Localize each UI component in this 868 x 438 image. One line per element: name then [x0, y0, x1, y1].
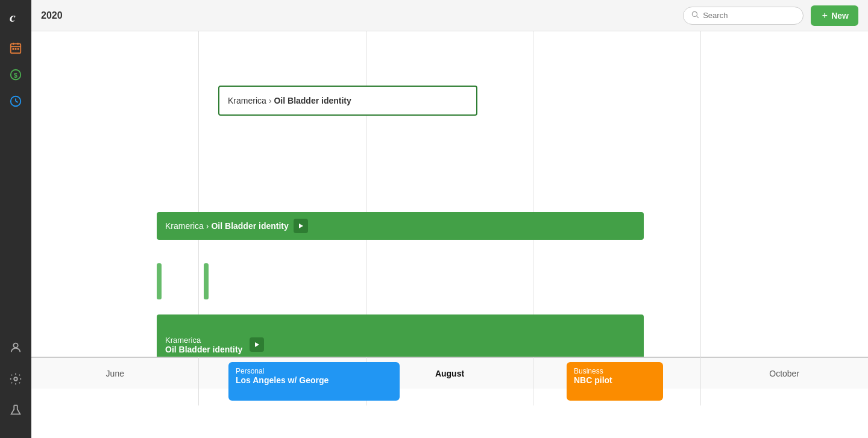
search-bar[interactable]	[683, 7, 804, 25]
sidebar: c $	[0, 0, 31, 438]
plus-icon: ＋	[820, 10, 829, 21]
app-logo[interactable]: c	[5, 6, 27, 28]
orange-event-category: Business	[574, 367, 656, 375]
dollar-icon[interactable]: $	[5, 64, 27, 86]
outlined-card-chevron: ›	[269, 96, 272, 105]
orange-event-name: NBC pilot	[574, 375, 656, 385]
green-bar-prefix: Kramerica	[165, 221, 204, 231]
blue-event-name: Los Angeles w/ George	[236, 375, 392, 385]
svg-point-13	[13, 343, 17, 348]
bottom-section: Personal Los Angeles w/ George Business …	[31, 357, 868, 438]
svg-rect-6	[15, 48, 17, 50]
progress-bar-2	[204, 263, 209, 299]
green-bar-play-button[interactable]	[294, 219, 308, 233]
svg-point-14	[14, 377, 17, 381]
svg-rect-7	[17, 48, 19, 50]
svg-marker-18	[255, 342, 259, 347]
orange-event[interactable]: Business NBC pilot	[567, 362, 663, 401]
sidebar-bottom	[5, 337, 27, 432]
svg-line-16	[697, 16, 699, 17]
large-bar-text: Kramerica Oil Bladder identity	[165, 336, 242, 354]
blue-event[interactable]: Personal Los Angeles w/ George	[228, 362, 400, 401]
svg-text:c: c	[10, 10, 16, 25]
progress-bars	[157, 257, 209, 305]
gantt-rows-content: Kramerica › Oil Bladder identity Krameri…	[31, 31, 868, 357]
flask-icon[interactable]	[5, 399, 27, 421]
svg-marker-17	[299, 224, 303, 228]
svg-point-15	[693, 11, 697, 16]
green-bar-chevron: ›	[206, 221, 209, 231]
new-button[interactable]: ＋ New	[811, 5, 858, 26]
search-icon	[691, 10, 699, 21]
person-icon[interactable]	[5, 337, 27, 358]
search-input[interactable]	[703, 11, 796, 20]
svg-text:$: $	[14, 72, 17, 79]
year-label: 2020	[41, 10, 683, 21]
gantt-rows: Kramerica › Oil Bladder identity Krameri…	[31, 31, 868, 357]
bottom-col-5	[701, 357, 868, 405]
large-green-bar[interactable]: Kramerica Oil Bladder identity	[157, 314, 644, 357]
svg-line-12	[16, 101, 18, 102]
clock-icon[interactable]	[5, 90, 27, 112]
outlined-card[interactable]: Kramerica › Oil Bladder identity	[218, 86, 477, 116]
calendar-icon[interactable]	[5, 37, 27, 59]
main-content: 2020 ＋ New	[31, 0, 868, 438]
svg-rect-5	[13, 48, 14, 50]
topbar: 2020 ＋ New	[31, 0, 868, 31]
gantt-container: Kramerica › Oil Bladder identity Krameri…	[31, 31, 868, 438]
large-bar-play-button[interactable]	[250, 337, 264, 352]
outlined-card-prefix: Kramerica	[228, 96, 266, 105]
blue-event-category: Personal	[236, 367, 392, 375]
new-button-label: New	[831, 11, 849, 20]
green-bar-top[interactable]: Kramerica › Oil Bladder identity	[157, 212, 644, 240]
green-bar-title: Oil Bladder identity	[211, 221, 288, 231]
bottom-col-1	[31, 357, 199, 405]
progress-bar-1	[157, 263, 162, 299]
outlined-card-title: Oil Bladder identity	[274, 96, 351, 105]
large-bar-title: Kramerica	[165, 336, 242, 345]
bottom-events-grid	[31, 357, 868, 405]
settings-icon[interactable]	[5, 368, 27, 390]
large-bar-subtitle: Oil Bladder identity	[165, 345, 242, 354]
